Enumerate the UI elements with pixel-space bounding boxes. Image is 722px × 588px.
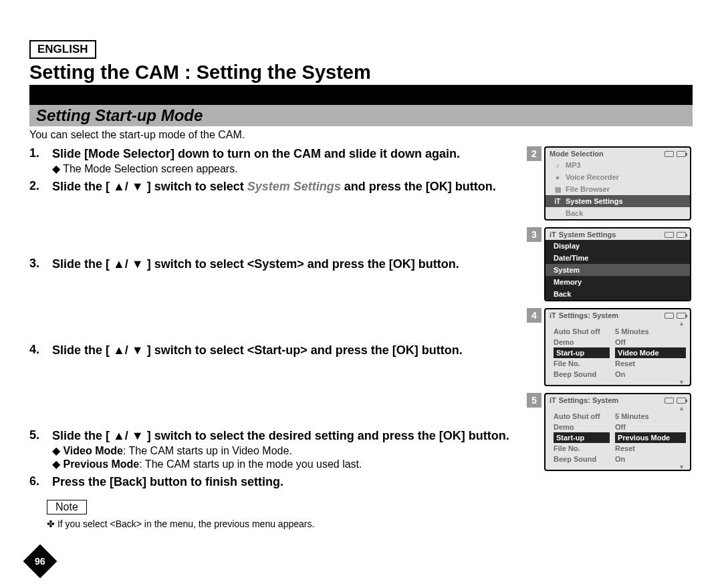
setting-row[interactable]: Auto Shut off5 Minutes [546, 326, 690, 337]
menu-item[interactable]: Date/Time [546, 252, 690, 264]
card-icon [665, 398, 674, 404]
scroll-down-icon: ▼ [546, 464, 690, 470]
step-number: 1. [29, 146, 44, 175]
music-icon: ♪ [554, 161, 562, 169]
language-tag: ENGLISH [29, 40, 96, 59]
sub-title: Setting Start-up Mode [29, 105, 693, 126]
main-title: Setting the CAM : Setting the System [29, 61, 693, 84]
screen-mode-selection: Mode Selection ♪MP3 ●Voice Recorder ▤Fil… [544, 146, 691, 220]
settings-icon: iT [550, 396, 556, 404]
folder-icon: ▤ [554, 185, 562, 193]
setting-row[interactable]: File No.Reset [546, 358, 690, 369]
card-icon [665, 151, 674, 157]
step-sub: Video Mode: The CAM starts up in Video M… [52, 444, 519, 457]
scroll-down-icon: ▼ [546, 380, 690, 385]
menu-item-selected[interactable]: iTSystem Settings [546, 195, 690, 207]
black-divider [29, 85, 693, 105]
panel-title: System Settings [559, 231, 616, 239]
setting-row[interactable]: DemoOff [546, 337, 690, 347]
panel-number: 4 [527, 308, 542, 323]
setting-row[interactable]: Beep SoundOn [546, 369, 690, 380]
screen-settings-system: iTSettings: System ▲ Auto Shut off5 Minu… [544, 393, 691, 471]
battery-icon [677, 232, 686, 238]
steps-column: 1. Slide [Mode Selector] down to turn on… [29, 146, 519, 529]
setting-row-selected[interactable]: Start-upPrevious Mode [546, 432, 690, 443]
step-sub: Previous Mode: The CAM starts up in the … [52, 458, 519, 470]
panel-title: Mode Selection [550, 150, 604, 158]
intro-text: You can select the start-up mode of the … [29, 129, 693, 141]
panel-number: 3 [527, 227, 542, 242]
panel-title: Settings: System [559, 311, 618, 319]
battery-icon [677, 313, 686, 319]
menu-item-selected[interactable]: System [546, 264, 690, 276]
step-text: Slide the [ ▲/ ▼ ] switch to select <Sta… [52, 343, 519, 358]
menu-item[interactable]: ♪MP3 [546, 159, 690, 171]
card-icon [665, 232, 674, 238]
step-text: Slide [Mode Selector] down to turn on th… [52, 146, 519, 162]
step-text: Press the [Back] button to finish settin… [52, 474, 519, 490]
screens-column: 2 Mode Selection ♪MP3 ●Voice Recorder ▤F… [527, 146, 693, 529]
menu-item[interactable]: Memory [546, 276, 690, 288]
step-sub: The Mode Selection screen appears. [52, 162, 519, 175]
step-text: Slide the [ ▲/ ▼ ] switch to select Syst… [52, 179, 519, 194]
setting-row-selected[interactable]: Start-upVideo Mode [546, 347, 690, 358]
step-number: 4. [29, 343, 44, 358]
settings-icon: iT [554, 197, 562, 205]
screen-settings-system: iTSettings: System ▲ Auto Shut off5 Minu… [544, 308, 691, 386]
setting-row[interactable]: Beep SoundOn [546, 454, 690, 464]
step-number: 2. [29, 179, 44, 194]
scroll-up-icon: ▲ [546, 321, 690, 326]
battery-icon [677, 151, 686, 157]
panel-number: 2 [527, 146, 542, 161]
menu-item[interactable]: Back [546, 288, 690, 300]
setting-row[interactable]: Auto Shut off5 Minutes [546, 411, 690, 422]
mic-icon: ● [554, 173, 562, 181]
panel-title: Settings: System [559, 396, 618, 404]
menu-item[interactable]: ●Voice Recorder [546, 171, 690, 183]
step-number: 5. [29, 428, 44, 470]
screen-system-settings: iTSystem Settings Display Date/Time Syst… [544, 227, 691, 301]
step-number: 3. [29, 257, 44, 272]
menu-item[interactable]: Back [546, 207, 690, 219]
note-label: Note [47, 500, 87, 514]
setting-row[interactable]: DemoOff [546, 422, 690, 432]
page-number-badge: 96 [23, 545, 57, 579]
card-icon [665, 313, 674, 319]
scroll-up-icon: ▲ [546, 406, 690, 411]
step-text: Slide the [ ▲/ ▼ ] switch to select <Sys… [52, 257, 519, 272]
menu-item[interactable]: Display [546, 240, 690, 252]
menu-item[interactable]: ▤File Browser [546, 183, 690, 195]
step-text: Slide the [ ▲/ ▼ ] switch to select the … [52, 428, 519, 444]
setting-row[interactable]: File No.Reset [546, 443, 690, 454]
settings-icon: iT [550, 231, 556, 239]
note-item: If you select <Back> in the menu, the pr… [47, 519, 519, 529]
panel-number: 5 [527, 393, 542, 408]
battery-icon [677, 398, 686, 404]
settings-icon: iT [550, 311, 556, 319]
step-number: 6. [29, 474, 44, 490]
